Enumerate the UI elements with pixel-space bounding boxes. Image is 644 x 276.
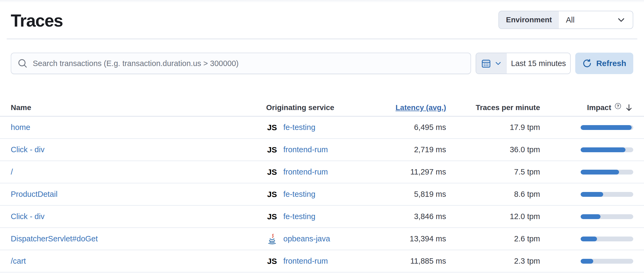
impact-cell [540,259,633,264]
impact-bar-fill [581,125,632,130]
tpm-value: 36.0 tpm [446,145,540,154]
impact-bar-track [581,170,633,175]
latency-sort-link[interactable]: Latency (avg.) [396,103,446,112]
latency-value: 3,846 ms [355,212,446,221]
latency-value: 6,495 ms [355,123,446,132]
latency-value: 13,394 ms [355,234,446,243]
service-link[interactable]: fe-testing [283,123,315,132]
impact-cell [540,170,633,175]
service-cell: JS frontend-rum [266,145,355,154]
js-icon: JS [266,168,278,177]
name-cell: Click - div [11,145,266,154]
question-in-circle-icon[interactable]: ? [614,103,621,110]
impact-cell [540,125,633,130]
name-cell: home [11,123,266,132]
impact-cell [540,192,633,197]
refresh-icon [582,59,592,68]
search-icon [18,59,27,68]
column-header-name: Name [11,103,266,112]
impact-cell [540,214,633,219]
sort-descending-arrow-icon[interactable] [625,103,633,112]
column-header-traces-per-minute: Traces per minute [446,103,540,112]
tpm-value: 2.3 tpm [446,257,540,266]
refresh-label: Refresh [596,59,626,68]
table-row: / JS frontend-rum 11,297 ms 7.5 tpm [0,161,644,183]
name-cell: ProductDetail [11,190,266,199]
table-row: Click - div JS fe-testing 3,846 ms 12.0 … [0,206,644,228]
impact-bar-track [581,147,633,152]
service-cell: JS fe-testing [266,212,355,221]
date-picker: Last 15 minutes [476,53,571,74]
service-cell: JS frontend-rum [266,168,355,177]
impact-header-label: Impact [587,103,611,112]
impact-bar-track [581,214,633,219]
table-row: home JS fe-testing 6,495 ms 17.9 tpm [0,117,644,139]
impact-bar-fill [581,214,600,219]
service-link[interactable]: frontend-rum [283,168,328,176]
transaction-name-link[interactable]: /cart [11,257,26,265]
service-link[interactable]: fe-testing [283,212,315,221]
impact-bar-fill [581,147,625,152]
table-header-row: Name Originating service Latency (avg.) … [0,99,644,117]
environment-select[interactable]: Environment All [498,11,633,29]
tpm-value: 12.0 tpm [446,212,540,221]
js-icon: JS [266,190,278,199]
latency-value: 5,819 ms [355,190,446,199]
transaction-name-link[interactable]: home [11,123,30,132]
traces-table: Name Originating service Latency (avg.) … [0,99,644,273]
js-icon: JS [266,145,278,154]
transaction-name-link[interactable]: DispatcherServlet#doGet [11,234,98,243]
service-link[interactable]: fe-testing [283,190,315,199]
environment-label: Environment [499,11,559,28]
transaction-name-link[interactable]: ProductDetail [11,190,57,198]
tpm-value: 7.5 tpm [446,168,540,176]
search-box[interactable] [11,53,471,74]
column-header-latency[interactable]: Latency (avg.) [355,103,446,112]
impact-bar-track [581,237,633,241]
js-icon: JS [266,212,278,221]
date-picker-quick-menu-button[interactable] [476,53,507,74]
chevron-down-icon [494,60,502,67]
header-divider [7,39,637,39]
date-range-button[interactable]: Last 15 minutes [507,53,570,74]
table-row: ProductDetail JS fe-testing 5,819 ms 8.6… [0,183,644,206]
latency-value: 2,719 ms [355,145,446,154]
transaction-name-link[interactable]: Click - div [11,145,45,154]
js-icon: JS [266,257,278,266]
service-cell: JS frontend-rum [266,257,355,266]
impact-bar-track [581,125,633,130]
latency-value: 11,885 ms [355,257,446,266]
environment-selected-option: All [566,16,574,24]
service-link[interactable]: frontend-rum [283,145,328,154]
refresh-button[interactable]: Refresh [575,53,633,74]
service-link[interactable]: opbeans-java [283,234,330,243]
js-icon: JS [266,123,278,132]
page-header: Traces Environment All [0,3,644,31]
service-cell: opbeans-java [266,234,355,244]
transaction-name-link[interactable]: Click - div [11,212,45,221]
environment-value[interactable]: All [559,11,633,28]
impact-bar-fill [581,237,597,241]
impact-cell [540,147,633,152]
impact-bar-track [581,192,633,197]
impact-cell [540,237,633,241]
column-header-originating-service: Originating service [266,103,355,112]
column-header-impact[interactable]: Impact ? [540,103,633,112]
svg-text:?: ? [617,104,619,108]
calendar-icon [481,58,491,68]
page-title: Traces [11,11,63,31]
service-cell: JS fe-testing [266,190,355,199]
search-input[interactable] [33,59,464,68]
table-row: Click - div JS frontend-rum 2,719 ms 36.… [0,139,644,161]
search-controls-bar: Last 15 minutes Refresh [0,53,644,74]
service-link[interactable]: frontend-rum [283,257,328,266]
name-cell: / [11,168,266,176]
chevron-down-icon [617,15,626,24]
name-cell: DispatcherServlet#doGet [11,234,266,243]
table-row: DispatcherServlet#doGet opbeans-java 13,… [0,228,644,250]
impact-bar-track [581,259,633,264]
tpm-value: 8.6 tpm [446,190,540,199]
impact-bar-fill [581,170,619,175]
transaction-name-link[interactable]: / [11,168,13,176]
chrome-bottom-edge [0,0,644,3]
